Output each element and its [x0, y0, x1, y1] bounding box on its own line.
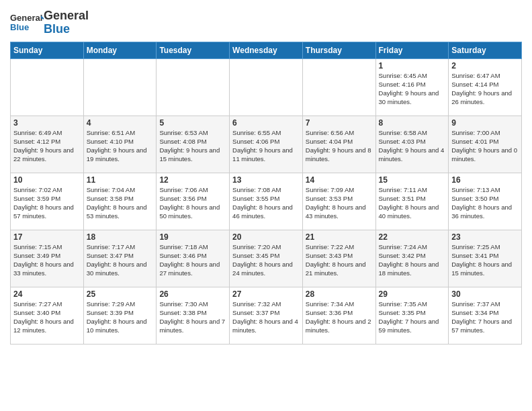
day-header-sunday: Sunday [11, 42, 84, 58]
calendar-cell: 23Sunrise: 7:25 AMSunset: 3:41 PMDayligh… [449, 230, 522, 287]
day-number: 3 [13, 118, 81, 128]
day-header-wednesday: Wednesday [230, 42, 303, 58]
week-row: 3Sunrise: 6:49 AMSunset: 4:12 PMDaylight… [11, 116, 522, 173]
calendar-cell: 10Sunrise: 7:02 AMSunset: 3:59 PMDayligh… [11, 173, 84, 230]
calendar-cell: 29Sunrise: 7:35 AMSunset: 3:35 PMDayligh… [375, 287, 449, 344]
day-number: 22 [379, 232, 446, 242]
calendar-cell: 12Sunrise: 7:06 AMSunset: 3:56 PMDayligh… [157, 173, 230, 230]
calendar-cell: 7Sunrise: 6:56 AMSunset: 4:04 PMDaylight… [302, 116, 375, 173]
day-header-saturday: Saturday [449, 42, 522, 58]
day-number: 9 [451, 118, 519, 128]
day-info: Sunrise: 6:45 AMSunset: 4:16 PMDaylight:… [379, 71, 446, 107]
day-number: 21 [306, 232, 373, 242]
day-info: Sunrise: 7:34 AMSunset: 3:36 PMDaylight:… [306, 300, 373, 335]
day-number: 24 [13, 289, 81, 299]
day-info: Sunrise: 7:20 AMSunset: 3:45 PMDaylight:… [232, 242, 300, 278]
calendar-cell [11, 58, 84, 116]
day-info: Sunrise: 7:11 AMSunset: 3:51 PMDaylight:… [379, 185, 446, 221]
week-row: 10Sunrise: 7:02 AMSunset: 3:59 PMDayligh… [11, 173, 522, 230]
day-info: Sunrise: 6:51 AMSunset: 4:10 PMDaylight:… [87, 128, 154, 164]
logo-text: General Blue [44, 9, 89, 36]
calendar-cell: 17Sunrise: 7:15 AMSunset: 3:49 PMDayligh… [11, 230, 84, 287]
calendar: SundayMondayTuesdayWednesdayThursdayFrid… [10, 42, 522, 345]
calendar-cell: 3Sunrise: 6:49 AMSunset: 4:12 PMDaylight… [11, 116, 84, 173]
day-info: Sunrise: 7:35 AMSunset: 3:35 PMDaylight:… [379, 300, 446, 335]
week-row: 1Sunrise: 6:45 AMSunset: 4:16 PMDaylight… [11, 58, 522, 116]
day-number: 15 [379, 175, 446, 185]
logo-svg: General Blue [10, 10, 44, 36]
calendar-cell [83, 58, 157, 116]
day-info: Sunrise: 7:30 AMSunset: 3:38 PMDaylight:… [159, 300, 226, 335]
day-header-monday: Monday [83, 42, 157, 58]
calendar-cell: 15Sunrise: 7:11 AMSunset: 3:51 PMDayligh… [375, 173, 449, 230]
logo-blue: Blue [44, 22, 70, 36]
calendar-cell: 11Sunrise: 7:04 AMSunset: 3:58 PMDayligh… [83, 173, 157, 230]
calendar-cell: 30Sunrise: 7:37 AMSunset: 3:34 PMDayligh… [449, 287, 522, 344]
day-number: 30 [451, 289, 519, 299]
day-number: 7 [306, 118, 373, 128]
day-info: Sunrise: 6:55 AMSunset: 4:06 PMDaylight:… [232, 128, 300, 164]
calendar-cell: 28Sunrise: 7:34 AMSunset: 3:36 PMDayligh… [302, 287, 375, 344]
header-row: SundayMondayTuesdayWednesdayThursdayFrid… [11, 42, 522, 58]
logo-general: General [44, 9, 89, 22]
day-number: 17 [13, 232, 81, 242]
calendar-cell: 6Sunrise: 6:55 AMSunset: 4:06 PMDaylight… [230, 116, 303, 173]
day-info: Sunrise: 7:13 AMSunset: 3:50 PMDaylight:… [451, 185, 519, 221]
day-number: 29 [379, 289, 446, 299]
day-info: Sunrise: 7:29 AMSunset: 3:39 PMDaylight:… [87, 300, 154, 335]
logo: General Blue General Blue [10, 9, 89, 36]
day-info: Sunrise: 7:32 AMSunset: 3:37 PMDaylight:… [232, 300, 300, 335]
day-info: Sunrise: 7:15 AMSunset: 3:49 PMDaylight:… [13, 242, 81, 278]
day-info: Sunrise: 7:02 AMSunset: 3:59 PMDaylight:… [13, 185, 81, 221]
week-row: 17Sunrise: 7:15 AMSunset: 3:49 PMDayligh… [11, 230, 522, 287]
week-row: 24Sunrise: 7:27 AMSunset: 3:40 PMDayligh… [11, 287, 522, 344]
day-number: 27 [232, 289, 300, 299]
day-number: 25 [87, 289, 154, 299]
day-info: Sunrise: 7:25 AMSunset: 3:41 PMDaylight:… [451, 242, 519, 278]
day-header-friday: Friday [375, 42, 449, 58]
calendar-cell: 13Sunrise: 7:08 AMSunset: 3:55 PMDayligh… [230, 173, 303, 230]
day-number: 20 [232, 232, 300, 242]
calendar-cell: 18Sunrise: 7:17 AMSunset: 3:47 PMDayligh… [83, 230, 157, 287]
day-info: Sunrise: 7:22 AMSunset: 3:43 PMDaylight:… [306, 242, 373, 278]
calendar-cell [157, 58, 230, 116]
day-info: Sunrise: 7:24 AMSunset: 3:42 PMDaylight:… [379, 242, 446, 278]
calendar-cell: 9Sunrise: 7:00 AMSunset: 4:01 PMDaylight… [449, 116, 522, 173]
calendar-cell: 20Sunrise: 7:20 AMSunset: 3:45 PMDayligh… [230, 230, 303, 287]
day-info: Sunrise: 6:49 AMSunset: 4:12 PMDaylight:… [13, 128, 81, 164]
calendar-cell: 4Sunrise: 6:51 AMSunset: 4:10 PMDaylight… [83, 116, 157, 173]
day-number: 12 [159, 175, 226, 185]
day-number: 13 [232, 175, 300, 185]
day-number: 5 [159, 118, 226, 128]
calendar-cell: 16Sunrise: 7:13 AMSunset: 3:50 PMDayligh… [449, 173, 522, 230]
calendar-cell: 19Sunrise: 7:18 AMSunset: 3:46 PMDayligh… [157, 230, 230, 287]
calendar-cell: 1Sunrise: 6:45 AMSunset: 4:16 PMDaylight… [375, 58, 449, 116]
day-info: Sunrise: 7:06 AMSunset: 3:56 PMDaylight:… [159, 185, 226, 221]
svg-text:Blue: Blue [10, 22, 29, 32]
calendar-cell [302, 58, 375, 116]
day-info: Sunrise: 7:04 AMSunset: 3:58 PMDaylight:… [87, 185, 154, 221]
day-info: Sunrise: 7:08 AMSunset: 3:55 PMDaylight:… [232, 185, 300, 221]
calendar-cell: 25Sunrise: 7:29 AMSunset: 3:39 PMDayligh… [83, 287, 157, 344]
calendar-cell: 5Sunrise: 6:53 AMSunset: 4:08 PMDaylight… [157, 116, 230, 173]
day-number: 19 [159, 232, 226, 242]
day-info: Sunrise: 7:18 AMSunset: 3:46 PMDaylight:… [159, 242, 226, 278]
header: General Blue General Blue [10, 7, 522, 36]
calendar-cell: 22Sunrise: 7:24 AMSunset: 3:42 PMDayligh… [375, 230, 449, 287]
day-number: 11 [87, 175, 154, 185]
day-number: 6 [232, 118, 300, 128]
day-header-tuesday: Tuesday [157, 42, 230, 58]
day-number: 4 [87, 118, 154, 128]
day-number: 1 [379, 61, 446, 71]
day-number: 18 [87, 232, 154, 242]
day-number: 8 [379, 118, 446, 128]
day-info: Sunrise: 7:09 AMSunset: 3:53 PMDaylight:… [306, 185, 373, 221]
day-info: Sunrise: 7:17 AMSunset: 3:47 PMDaylight:… [87, 242, 154, 278]
day-info: Sunrise: 6:47 AMSunset: 4:14 PMDaylight:… [451, 71, 519, 107]
day-number: 2 [451, 61, 519, 71]
day-header-thursday: Thursday [302, 42, 375, 58]
svg-text:General: General [10, 13, 42, 23]
day-number: 23 [451, 232, 519, 242]
day-number: 14 [306, 175, 373, 185]
day-info: Sunrise: 6:53 AMSunset: 4:08 PMDaylight:… [159, 128, 226, 164]
